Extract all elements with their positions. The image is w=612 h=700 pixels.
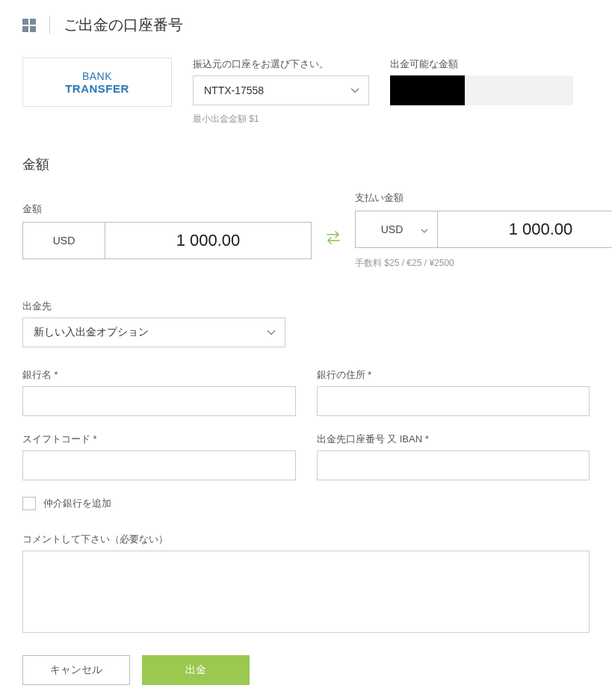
available-amount-label: 出金可能な金額 — [390, 58, 573, 71]
amount-section-title: 金額 — [22, 155, 590, 173]
source-account-label: 振込元の口座をお選び下さい。 — [193, 58, 369, 71]
header-divider — [49, 16, 50, 34]
amount-from-label: 金額 — [22, 202, 312, 216]
chevron-down-icon — [421, 223, 428, 235]
grid-icon[interactable] — [22, 19, 36, 32]
bank-address-input[interactable] — [317, 386, 590, 416]
chevron-down-icon — [267, 329, 276, 335]
destination-value: 新しい入出金オプション — [34, 326, 149, 339]
min-withdraw-helper: 最小出金金額 $1 — [193, 113, 369, 126]
page-title: ご出金の口座番号 — [64, 15, 183, 35]
cancel-button[interactable]: キャンセル — [22, 655, 130, 685]
bank-transfer-card[interactable]: BANK TRANSFER — [22, 58, 172, 107]
intermediary-checkbox[interactable] — [22, 497, 36, 510]
chevron-down-icon — [350, 87, 359, 93]
source-account-value: NTTX-17558 — [204, 84, 264, 96]
swift-input[interactable] — [22, 450, 296, 480]
dest-account-input[interactable] — [317, 450, 590, 480]
destination-select[interactable]: 新しい入出金オプション — [22, 318, 285, 347]
destination-label: 出金先 — [22, 300, 285, 313]
swift-label: スイフトコード * — [22, 433, 296, 446]
source-account-select[interactable]: NTTX-17558 — [193, 75, 369, 105]
swap-icon[interactable] — [325, 227, 341, 248]
amount-to-input[interactable] — [438, 211, 612, 247]
amount-to-label: 支払い金額 — [355, 191, 612, 205]
bank-card-line1: BANK — [82, 70, 112, 82]
bank-address-label: 銀行の住所 * — [317, 368, 590, 382]
submit-button[interactable]: 出金 — [142, 655, 250, 685]
dest-account-label: 出金先口座番号 又 IBAN * — [317, 433, 590, 446]
bank-name-input[interactable] — [22, 386, 296, 416]
comment-label: コメントして下さい（必要ない） — [22, 533, 590, 546]
bank-card-line2: TRANSFER — [65, 82, 129, 95]
amount-from-input[interactable] — [105, 223, 311, 258]
comment-textarea[interactable] — [22, 551, 590, 633]
intermediary-label: 仲介銀行を追加 — [43, 497, 111, 510]
available-amount-display — [390, 75, 573, 105]
bank-name-label: 銀行名 * — [22, 368, 296, 382]
fee-text: 手数料 $25 / €25 / ¥2500 — [355, 257, 612, 270]
amount-to-currency-select[interactable]: USD — [356, 211, 438, 247]
amount-from-currency: USD — [23, 223, 105, 258]
amount-from-box: USD — [22, 222, 312, 259]
amount-to-box: USD — [355, 211, 612, 248]
